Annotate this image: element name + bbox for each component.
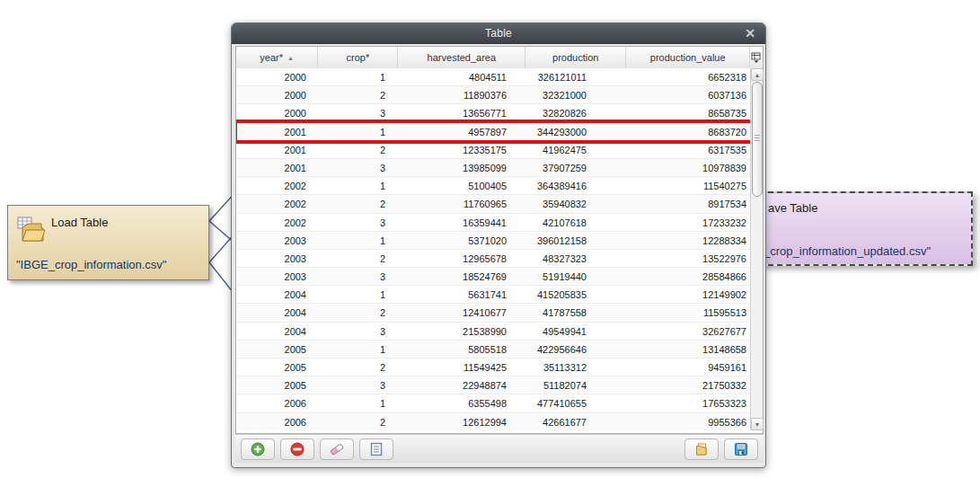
save-table-button[interactable]	[724, 438, 758, 460]
table-cell[interactable]: 3	[319, 323, 400, 340]
table-cell[interactable]: 8683720	[630, 123, 755, 140]
table-cell[interactable]: 35113312	[528, 358, 630, 376]
scroll-down-icon[interactable]: ▼	[751, 418, 764, 430]
table-cell[interactable]: 2	[319, 413, 400, 430]
copy-table-button[interactable]	[684, 438, 719, 460]
table-cell[interactable]: 11760965	[400, 195, 528, 212]
table-cell[interactable]: 48327323	[528, 250, 630, 267]
table-cell[interactable]: 1	[319, 394, 400, 412]
column-header-year[interactable]: year*▲	[236, 47, 318, 68]
table-cell[interactable]: 2	[319, 358, 400, 376]
table-cell[interactable]: 9459161	[630, 358, 755, 376]
remove-row-button[interactable]	[280, 438, 314, 460]
table-cell[interactable]: 2006	[236, 394, 319, 412]
table-cell[interactable]: 396012158	[528, 232, 630, 249]
table-cell[interactable]: 32820826	[528, 104, 630, 121]
table-cell[interactable]: 28584866	[630, 268, 755, 285]
table-cell[interactable]: 35940832	[528, 195, 630, 212]
close-icon[interactable]: ✕	[742, 26, 758, 41]
table-cell[interactable]: 364389416	[528, 177, 630, 194]
table-cell[interactable]: 18524769	[400, 268, 528, 285]
table-cell[interactable]: 2002	[236, 195, 319, 212]
table-cell[interactable]: 51182074	[528, 376, 630, 394]
table-cell[interactable]: 344293000	[528, 123, 630, 140]
table-cell[interactable]: 13522976	[630, 250, 755, 267]
table-cell[interactable]: 2001	[236, 159, 319, 176]
table-cell[interactable]: 2	[319, 304, 400, 321]
save-table-module[interactable]: ave Table _crop_information_updated.csv"	[759, 191, 973, 266]
table-cell[interactable]: 8917534	[630, 195, 755, 212]
table-row[interactable]: 20061635549847741065517653323	[236, 394, 755, 412]
table-cell[interactable]: 6317535	[630, 141, 755, 158]
table-cell[interactable]: 2006	[236, 413, 319, 430]
table-cell[interactable]: 11540275	[630, 177, 755, 194]
table-cell[interactable]: 6355498	[400, 394, 528, 412]
table-cell[interactable]: 12612994	[400, 413, 528, 430]
table-cell[interactable]: 12410677	[400, 304, 528, 321]
table-cell[interactable]: 12335175	[400, 141, 528, 158]
table-row[interactable]: 20021510040536438941611540275	[236, 177, 755, 195]
add-row-button[interactable]	[241, 438, 275, 460]
table-row[interactable]: 2001212335175419624756317535	[236, 141, 755, 159]
table-cell[interactable]: 2	[319, 195, 400, 212]
table-cell[interactable]: 2003	[236, 250, 319, 267]
table-cell[interactable]: 6037136	[630, 86, 755, 103]
table-cell[interactable]: 6652318	[630, 68, 755, 85]
table-cell[interactable]: 13985099	[400, 159, 528, 176]
table-cell[interactable]: 2001	[236, 141, 319, 158]
table-cell[interactable]: 2005	[236, 376, 319, 394]
table-cell[interactable]: 12149902	[630, 286, 755, 303]
table-cell[interactable]: 10978839	[630, 159, 755, 176]
scrollbar-thumb[interactable]	[752, 82, 763, 197]
table-cell[interactable]: 32627677	[630, 323, 755, 340]
table-cell[interactable]: 1	[319, 232, 400, 249]
table-cell[interactable]: 2005	[236, 358, 319, 376]
table-row[interactable]: 20033185247695191944028584866	[236, 268, 755, 286]
table-cell[interactable]: 4957897	[400, 123, 528, 140]
table-row[interactable]: 20013139850993790725910978839	[236, 159, 755, 177]
table-cell[interactable]: 32321000	[528, 86, 630, 103]
table-cell[interactable]: 415205835	[528, 286, 630, 303]
table-cell[interactable]: 1	[319, 177, 400, 194]
table-cell[interactable]: 1	[319, 123, 400, 140]
table-row[interactable]: 20053229488745118207421750332	[236, 376, 755, 394]
table-cell[interactable]: 3	[319, 268, 400, 285]
table-row[interactable]: 20023163594414210761817233232	[236, 214, 755, 232]
erase-cell-button[interactable]	[320, 438, 354, 460]
table-cell[interactable]: 51919440	[528, 268, 630, 285]
table-row[interactable]: 2000313656771328208268658735	[236, 104, 755, 122]
table-cell[interactable]: 2004	[236, 286, 319, 303]
table-row[interactable]: 20043215389904954994132627677	[236, 323, 755, 341]
table-cell[interactable]: 2000	[236, 104, 319, 121]
table-cell[interactable]: 13656771	[400, 104, 528, 121]
table-cell[interactable]: 3	[319, 214, 400, 231]
column-header-crop[interactable]: crop*	[318, 47, 398, 68]
table-cell[interactable]: 1	[319, 286, 400, 303]
table-cell[interactable]: 9955366	[630, 413, 755, 430]
table-cell[interactable]: 1	[319, 68, 400, 85]
table-cell[interactable]: 2003	[236, 268, 319, 285]
table-cell[interactable]: 2003	[236, 232, 319, 249]
table-cell[interactable]: 477410655	[528, 394, 630, 412]
table-cell[interactable]: 37907259	[528, 159, 630, 176]
table-cell[interactable]: 21538990	[400, 323, 528, 340]
table-cell[interactable]: 2000	[236, 68, 319, 85]
table-cell[interactable]: 5631741	[400, 286, 528, 303]
table-cell[interactable]: 41962475	[528, 141, 630, 158]
table-cell[interactable]: 2	[319, 141, 400, 158]
table-row[interactable]: 20042124106774178755811595513	[236, 304, 755, 322]
table-cell[interactable]: 8658735	[630, 104, 755, 121]
table-cell[interactable]: 4804511	[400, 68, 528, 85]
table-cell[interactable]: 1	[319, 341, 400, 358]
table-cell[interactable]: 12965678	[400, 250, 528, 267]
table-cell[interactable]: 5100405	[400, 177, 528, 194]
table-row[interactable]: 2001149578973442930008683720	[236, 123, 755, 141]
table-cell[interactable]: 21750332	[630, 376, 755, 394]
table-cell[interactable]: 2004	[236, 304, 319, 321]
table-cell[interactable]: 2001	[236, 123, 319, 140]
table-cell[interactable]: 2002	[236, 214, 319, 231]
table-row[interactable]: 20031537102039601215812288334	[236, 232, 755, 250]
table-cell[interactable]: 2002	[236, 177, 319, 194]
table-cell[interactable]: 13148658	[630, 341, 755, 358]
table-cell[interactable]: 3	[319, 159, 400, 176]
